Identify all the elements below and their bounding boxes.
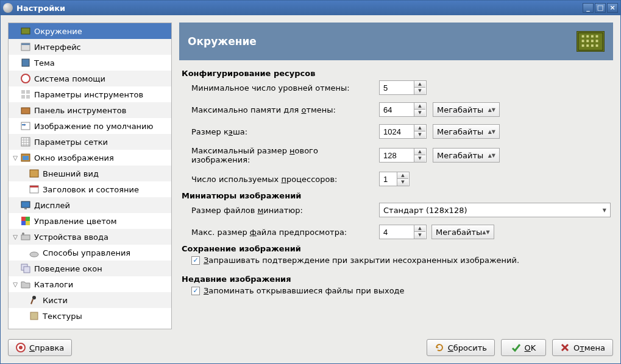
sidebar-item[interactable]: Интерфейс — [9, 39, 171, 55]
svg-rect-23 — [21, 221, 26, 225]
procs-field[interactable] — [380, 173, 397, 185]
sidebar-item[interactable]: Способы управления — [9, 245, 171, 261]
sidebar-item[interactable]: Параметры сетки — [9, 134, 171, 150]
spin-down[interactable]: ▼ — [414, 155, 425, 162]
remember-files-row[interactable]: ✓ Запоминать открывавшиеся файлы при вых… — [191, 286, 611, 295]
spin-up[interactable]: ▲ — [414, 225, 425, 232]
min-undo-input[interactable]: ▲▼ — [379, 80, 427, 95]
section-thumbs-title: Миниатюры изображений — [182, 191, 611, 200]
sidebar-item-label: Панель инструментов — [34, 106, 126, 115]
sidebar-item-label: Тема — [34, 58, 55, 68]
svg-point-4 — [21, 74, 30, 83]
expand-icon[interactable]: ▽ — [11, 234, 20, 240]
max-undo-mem-input[interactable]: ▲▼ — [379, 102, 427, 117]
remember-files-checkbox[interactable]: ✓ — [191, 287, 200, 295]
sidebar-item-label: Управление цветом — [34, 217, 117, 226]
expand-icon[interactable]: ▽ — [11, 155, 20, 161]
cache-unit[interactable]: Мегабайты▲▼ — [433, 124, 500, 139]
svg-rect-7 — [21, 95, 25, 99]
sidebar-item[interactable]: ▽Окно изображения — [9, 150, 171, 166]
max-preview-unit[interactable]: Мегабайты▲▼ — [431, 225, 494, 239]
cache-input[interactable]: ▲▼ — [379, 124, 427, 139]
help-button[interactable]: ССправкаправка — [8, 339, 72, 356]
sidebar-item[interactable]: Кисти — [9, 292, 171, 308]
sidebar-item[interactable]: Дисплей — [9, 197, 171, 213]
grid-icon — [20, 136, 32, 148]
sidebar-item[interactable]: Внешний вид — [9, 166, 171, 181]
max-undo-mem-unit[interactable]: Мегабайты▲▼ — [433, 102, 500, 117]
max-preview-field[interactable] — [380, 226, 414, 238]
sidebar-item-label: Дисплей — [34, 201, 70, 210]
color-icon — [20, 215, 32, 227]
spin-up[interactable]: ▲ — [397, 172, 408, 179]
confirm-close-checkbox[interactable]: ✓ — [191, 256, 200, 265]
svg-rect-33 — [582, 35, 584, 38]
sidebar-item[interactable]: Текстуры — [9, 308, 171, 324]
spin-up[interactable]: ▲ — [414, 149, 425, 155]
ok-button[interactable]: OK — [501, 339, 546, 356]
spin-down[interactable]: ▼ — [414, 232, 425, 239]
minimize-button[interactable]: _ — [583, 3, 594, 13]
thumbs-grid: Размер файлов миниатюр: Стандарт (128x12… — [191, 203, 611, 239]
thumb-size-combo[interactable]: Стандарт (128x128)▼ — [379, 203, 611, 217]
sidebar-item[interactable]: Система помощи — [9, 71, 171, 86]
titlebar[interactable]: Настройки _ □ × — [1, 1, 620, 15]
thumb-size-label: Размер файлов миниатюр: — [191, 206, 374, 215]
expand-icon[interactable]: ▽ — [11, 281, 20, 288]
brushes-icon — [28, 294, 40, 306]
sidebar-item[interactable]: Управление цветом — [9, 213, 171, 229]
help-icon — [20, 72, 32, 85]
svg-rect-20 — [24, 208, 27, 209]
cache-label: Размер кэша: — [191, 127, 374, 136]
sidebar-item[interactable]: Заголовок и состояние — [9, 181, 171, 197]
image-icon — [20, 120, 32, 132]
content: ОкружениеИнтерфейсТемаСистема помощиПара… — [1, 15, 620, 363]
spin-down[interactable]: ▼ — [414, 110, 425, 116]
sidebar-item[interactable]: Тема — [9, 55, 171, 71]
min-undo-field[interactable] — [380, 82, 414, 94]
toolbox-icon — [20, 104, 32, 116]
reset-button[interactable]: Сбросить — [427, 339, 495, 356]
sidebar-item-label: Заголовок и состояние — [43, 185, 139, 194]
svg-rect-24 — [26, 221, 30, 225]
max-new-input[interactable]: ▲▼ — [379, 148, 427, 163]
max-new-unit[interactable]: Мегабайты▲▼ — [433, 148, 500, 163]
svg-rect-9 — [21, 108, 30, 114]
cancel-button[interactable]: Отмена — [552, 339, 613, 356]
svg-rect-16 — [30, 170, 38, 177]
spin-down[interactable]: ▼ — [414, 88, 425, 94]
window-title: Настройки — [16, 4, 65, 13]
windows-icon — [20, 262, 32, 275]
spin-down[interactable]: ▼ — [414, 131, 425, 138]
procs-input[interactable]: ▲▼ — [379, 172, 410, 186]
spin-up[interactable]: ▲ — [414, 81, 425, 88]
sidebar-item[interactable]: ▽Устройства ввода — [9, 229, 171, 245]
spin-down[interactable]: ▼ — [397, 179, 408, 186]
input-icon — [20, 231, 32, 243]
sidebar-item[interactable]: Изображение по умолчанию — [9, 118, 171, 134]
confirm-close-row[interactable]: ✓ Запрашивать подтверждение при закрытии… — [191, 256, 611, 265]
max-undo-mem-field[interactable] — [380, 104, 414, 116]
sidebar-item-label: Параметры сетки — [34, 138, 108, 147]
max-new-field[interactable] — [380, 150, 414, 161]
svg-rect-3 — [22, 59, 29, 66]
maximize-button[interactable]: □ — [595, 3, 606, 13]
max-preview-input[interactable]: ▲▼ — [379, 225, 427, 239]
spin-up[interactable]: ▲ — [414, 103, 425, 110]
preferences-window: Настройки _ □ × ОкружениеИнтерфейсТемаСи… — [0, 0, 621, 364]
svg-rect-5 — [21, 90, 25, 94]
sidebar-item[interactable]: Параметры инструментов — [9, 86, 171, 102]
svg-rect-10 — [21, 122, 30, 130]
sidebar-item[interactable]: Окружение — [9, 23, 171, 39]
sidebar-item[interactable]: Панель инструментов — [9, 102, 171, 118]
svg-rect-34 — [586, 35, 589, 38]
svg-rect-29 — [24, 267, 30, 273]
cache-field[interactable] — [380, 126, 414, 138]
category-tree[interactable]: ОкружениеИнтерфейсТемаСистема помощиПара… — [8, 23, 172, 329]
sidebar-item[interactable]: Поведение окон — [9, 261, 171, 276]
close-button[interactable]: × — [607, 3, 618, 13]
section-resources-title: Конфигурирование ресурсов — [182, 69, 611, 78]
sidebar-item[interactable]: ▽Каталоги — [9, 276, 171, 292]
tools-icon — [20, 88, 32, 100]
spin-up[interactable]: ▲ — [414, 125, 425, 131]
